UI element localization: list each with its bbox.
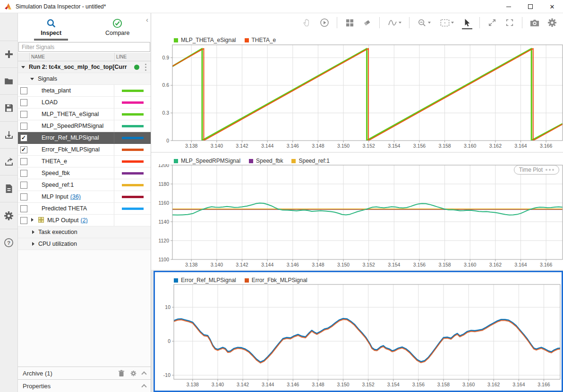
line-color-swatch[interactable] (122, 196, 144, 198)
legend-item-mlp-theta-esignal[interactable]: MLP_THETA_eSignal (174, 37, 236, 43)
signal-row-speed-fbk[interactable]: Speed_fbk (18, 167, 151, 179)
error-chart-canvas[interactable]: 3.1383.1403.1423.1443.1463.1483.1503.152… (155, 284, 562, 391)
line-color-swatch[interactable] (122, 101, 144, 104)
close-button[interactable]: ✕ (541, 0, 563, 13)
checkbox-checked[interactable]: ✓ (20, 134, 27, 142)
count-link[interactable]: (2) (80, 217, 87, 224)
pan-tool-button[interactable] (300, 16, 314, 30)
section-row-cpu-utilization[interactable]: CPU utilization (18, 238, 151, 250)
checkbox-unchecked[interactable] (20, 193, 27, 200)
theta-chart-canvas[interactable]: 3.1383.1403.1423.1443.1463.1483.1503.152… (151, 43, 563, 152)
signal-row-mlp-input[interactable]: MLP Input(36) (18, 191, 151, 203)
line-color-swatch[interactable] (122, 184, 144, 186)
signal-row-error-ref-mlpsignal[interactable]: ✓Error_Ref_MLPSignal (18, 132, 151, 144)
signal-row-speed-ref-1[interactable]: Speed_ref:1 (18, 179, 151, 191)
help-button[interactable]: ? (0, 229, 17, 256)
bus-row-mlp-output[interactable]: MLP Output(2) (18, 215, 151, 226)
filter-signals-input[interactable] (18, 42, 150, 52)
tab-inspect[interactable]: Inspect (18, 13, 85, 42)
expand-caret-icon[interactable] (30, 78, 34, 80)
zoom-out-icon (418, 18, 427, 27)
svg-text:3.150: 3.150 (337, 143, 350, 149)
new-run-button[interactable] (0, 41, 17, 67)
checkbox-unchecked[interactable] (20, 170, 27, 177)
zoom-out-button[interactable] (415, 16, 434, 30)
archive-gear-icon[interactable] (130, 370, 136, 376)
run-row[interactable]: Run 2: tc4x_soc_mlp_foc_top[Curr (18, 61, 151, 73)
subplot-theta[interactable]: MLP_THETA_eSignalTHETA_e 3.1383.1403.142… (151, 32, 563, 152)
plot-settings-button[interactable] (545, 16, 559, 30)
maximize-button[interactable] (520, 0, 541, 13)
pointer-tool-button[interactable] (460, 16, 474, 30)
checkbox-unchecked[interactable] (20, 182, 27, 189)
tab-compare[interactable]: Compare (85, 13, 151, 42)
line-color-swatch[interactable] (122, 172, 144, 175)
legend-label: Error_Ref_MLPSignal (181, 277, 236, 284)
checkbox-unchecked[interactable] (20, 87, 27, 94)
legend-item-error-fbk-mlpsignal[interactable]: Error_Fbk_MLPSignal (245, 277, 307, 284)
fullscreen-button[interactable] (503, 16, 517, 30)
import-button[interactable] (0, 121, 17, 148)
signal-row-mlp-theta-esignal[interactable]: MLP_THETA_eSignal (18, 108, 151, 120)
snapshot-button[interactable] (528, 16, 542, 30)
minimize-button[interactable] (498, 0, 520, 13)
time-plot-badge[interactable]: Time Plot (514, 165, 559, 175)
checkbox-unchecked[interactable] (20, 217, 27, 224)
signal-row-predicted-theta[interactable]: Predicted THETA (18, 203, 151, 215)
line-color-swatch[interactable] (122, 137, 144, 139)
signal-row-load[interactable]: LOAD (18, 97, 151, 108)
legend-item-speed-fbk[interactable]: Speed_fbk (249, 158, 283, 164)
replay-button[interactable] (317, 16, 332, 30)
line-color-swatch[interactable] (122, 113, 144, 116)
trash-icon[interactable] (118, 370, 125, 377)
group-row-signals[interactable]: Signals (18, 73, 151, 85)
speed-chart-canvas[interactable]: 3.1383.1403.1423.1443.1463.1483.1503.152… (151, 164, 563, 270)
line-color-swatch[interactable] (122, 149, 144, 151)
line-color-swatch[interactable] (122, 160, 144, 163)
report-button[interactable] (0, 175, 17, 202)
line-color-swatch[interactable] (122, 208, 144, 210)
subplot-error-selected[interactable]: Error_Ref_MLPSignalError_Fbk_MLPSignal 3… (154, 271, 563, 392)
save-button[interactable] (0, 94, 17, 121)
line-color-swatch[interactable] (122, 90, 144, 92)
run-menu-kebab-icon[interactable] (144, 63, 147, 71)
checkbox-unchecked[interactable] (20, 111, 27, 118)
visualization-gallery-button[interactable] (385, 16, 404, 30)
signal-row-theta-plant[interactable]: theta_plant (18, 85, 151, 97)
open-button[interactable] (0, 67, 17, 94)
fit-to-view-button[interactable] (437, 16, 457, 30)
legend-item-theta-e[interactable]: THETA_e (245, 37, 276, 43)
signal-row-theta-e[interactable]: THETA_e (18, 156, 151, 167)
expand-caret-icon[interactable] (32, 230, 34, 234)
signal-row-mlp-speedrpmsignal[interactable]: MLP_SpeedRPMSignal (18, 120, 151, 132)
checkbox-unchecked[interactable] (20, 158, 27, 165)
checkbox-unchecked[interactable] (20, 99, 27, 106)
checkbox-cell: ✓ (18, 132, 29, 143)
collapse-panel-chevron-icon[interactable]: ‹ (146, 16, 148, 23)
legend-item-speed-ref-1[interactable]: Speed_ref:1 (291, 158, 329, 164)
archive-collapse-up-icon[interactable] (141, 371, 146, 376)
signal-row-error-fbk-mlpsignal[interactable]: ✓Error_Fbk_MLPSignal (18, 144, 151, 156)
subplot-layout-button[interactable] (342, 16, 357, 30)
signal-name: MLP_SpeedRPMSignal (29, 123, 114, 129)
time-plot-badge-menu-dots-icon[interactable] (546, 169, 554, 171)
expand-caret-icon[interactable] (31, 218, 34, 222)
subplot-speed[interactable]: MLP_SpeedRPMSignalSpeed_fbkSpeed_ref:1 3… (151, 153, 563, 270)
count-link[interactable]: (36) (70, 193, 81, 200)
run-expand-caret-icon[interactable] (21, 66, 25, 68)
section-row-task-execution[interactable]: Task execution (18, 226, 151, 238)
archive-bar[interactable]: Archive (1) (18, 367, 151, 379)
export-button[interactable] (0, 148, 17, 175)
checkbox-unchecked[interactable] (20, 205, 27, 212)
clear-plots-button[interactable] (360, 16, 374, 30)
legend-item-error-ref-mlpsignal[interactable]: Error_Ref_MLPSignal (174, 277, 236, 284)
properties-collapse-up-icon[interactable] (141, 384, 146, 389)
preferences-button[interactable] (0, 202, 17, 229)
legend-item-mlp-speedrpmsignal[interactable]: MLP_SpeedRPMSignal (174, 158, 240, 164)
line-color-swatch[interactable] (122, 125, 144, 127)
checkbox-checked[interactable]: ✓ (20, 146, 27, 153)
expand-plot-button[interactable] (485, 16, 499, 30)
expand-caret-icon[interactable] (32, 242, 34, 246)
properties-bar[interactable]: Properties (18, 379, 151, 392)
checkbox-unchecked[interactable] (20, 123, 27, 130)
